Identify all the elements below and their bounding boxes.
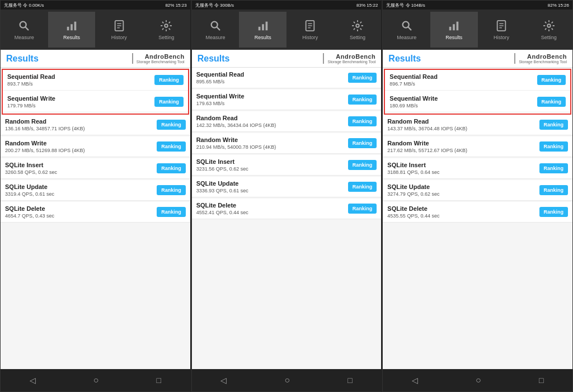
benchmark-list: Sequential Read 893.7 MB/s Ranking Seque… bbox=[1, 69, 190, 223]
history-nav-icon bbox=[304, 20, 316, 33]
results-nav-icon bbox=[448, 20, 460, 33]
ranking-button[interactable]: Ranking bbox=[348, 160, 377, 170]
ranking-button[interactable]: Ranking bbox=[537, 75, 566, 85]
benchmark-row: Random Write 210.94 MB/s, 54000.78 IOPS … bbox=[192, 133, 382, 154]
ranking-button[interactable]: Ranking bbox=[157, 141, 186, 152]
benchmark-value: 3260.58 QPS, 0.62 sec bbox=[5, 169, 157, 175]
svg-rect-4 bbox=[74, 21, 77, 30]
benchmark-info: Random Write 210.94 MB/s, 54000.78 IOPS … bbox=[196, 136, 348, 150]
ranking-button[interactable]: Ranking bbox=[157, 185, 186, 195]
status-left: 无服务号 令 0.00K/s bbox=[4, 2, 44, 8]
svg-point-19 bbox=[356, 24, 359, 27]
home-button[interactable]: ○ bbox=[284, 375, 290, 385]
benchmark-info: Sequential Write 180.69 MB/s bbox=[389, 95, 537, 108]
svg-rect-2 bbox=[67, 26, 69, 30]
benchmark-info: SQLite Update 3319.4 QPS, 0.61 sec bbox=[5, 183, 157, 197]
recent-button[interactable]: □ bbox=[539, 376, 543, 385]
nav-item-measure[interactable]: Measure bbox=[1, 12, 48, 48]
nav-item-history[interactable]: History bbox=[478, 12, 525, 48]
ranking-button[interactable]: Ranking bbox=[154, 97, 184, 107]
benchmark-name: Sequential Write bbox=[7, 95, 154, 102]
benchmark-value: 142.32 MB/s, 36434.04 IOPS (4KB) bbox=[196, 122, 348, 128]
logo-main: AndroBench bbox=[336, 53, 375, 60]
ranking-button[interactable]: Ranking bbox=[348, 138, 377, 148]
benchmark-value: 200.27 MB/s, 51269.88 IOPS (4KB) bbox=[5, 148, 157, 153]
status-right: 82% 15:26 bbox=[548, 3, 569, 8]
ranking-button[interactable]: Ranking bbox=[348, 116, 377, 126]
ranking-button[interactable]: Ranking bbox=[348, 182, 377, 192]
benchmark-row: Random Write 217.62 MB/s, 55712.67 IOPS … bbox=[383, 136, 572, 157]
recent-button[interactable]: □ bbox=[157, 376, 161, 385]
content-area: Results AndroBench Storage Benchmarking … bbox=[1, 50, 190, 369]
svg-line-21 bbox=[408, 27, 411, 30]
benchmark-value: 210.94 MB/s, 54000.78 IOPS (4KB) bbox=[196, 144, 348, 150]
nav-item-history[interactable]: History bbox=[286, 12, 334, 48]
ranking-button[interactable]: Ranking bbox=[154, 75, 184, 85]
nav-item-results[interactable]: Results bbox=[430, 12, 478, 48]
ranking-button[interactable]: Ranking bbox=[539, 120, 569, 130]
setting-nav-icon bbox=[351, 20, 364, 33]
benchmark-row: Sequential Read 893.7 MB/s Ranking bbox=[3, 70, 188, 91]
svg-point-9 bbox=[165, 24, 168, 27]
benchmark-name: SQLite Update bbox=[196, 180, 348, 187]
svg-rect-23 bbox=[453, 24, 455, 30]
results-title: Results bbox=[6, 54, 39, 64]
benchmark-list: Sequential Read 896.7 MB/s Ranking Seque… bbox=[383, 69, 572, 223]
benchmark-row: Sequential Read 895.65 MB/s Ranking bbox=[192, 68, 382, 88]
benchmark-row: Random Read 143.37 MB/s, 36704.48 IOPS (… bbox=[383, 115, 572, 135]
measure-nav-icon bbox=[18, 20, 30, 33]
ranking-button[interactable]: Ranking bbox=[157, 207, 186, 217]
results-nav-label: Results bbox=[63, 35, 80, 40]
benchmark-name: SQLite Delete bbox=[196, 202, 348, 209]
benchmark-row: SQLite Update 3274.79 QPS, 0.62 sec Rank… bbox=[383, 180, 572, 201]
history-nav-label: History bbox=[111, 35, 127, 40]
results-nav-label: Results bbox=[445, 35, 462, 40]
ranking-button[interactable]: Ranking bbox=[348, 73, 377, 83]
back-button[interactable]: ◁ bbox=[30, 376, 36, 385]
nav-item-results[interactable]: Results bbox=[239, 12, 286, 48]
nav-bar: Measure Results History Setting bbox=[192, 10, 382, 50]
ranking-button[interactable]: Ranking bbox=[348, 204, 377, 214]
benchmark-info: SQLite Delete 4552.41 QPS, 0.44 sec bbox=[196, 202, 348, 215]
status-bar: 无服务号 令 104B/s 82% 15:26 bbox=[383, 1, 572, 10]
ranking-button[interactable]: Ranking bbox=[539, 141, 569, 152]
ranking-button[interactable]: Ranking bbox=[157, 163, 186, 173]
home-button[interactable]: ○ bbox=[93, 375, 99, 385]
benchmark-row: Random Read 136.16 MB/s, 34857.71 IOPS (… bbox=[1, 115, 190, 135]
nav-item-history[interactable]: History bbox=[95, 12, 143, 48]
nav-item-setting[interactable]: Setting bbox=[334, 12, 382, 48]
back-button[interactable]: ◁ bbox=[412, 376, 418, 385]
benchmark-row: Sequential Write 179.63 MB/s Ranking bbox=[192, 89, 382, 110]
nav-bar: Measure Results History Setting bbox=[1, 10, 190, 50]
benchmark-info: Random Read 136.16 MB/s, 34857.71 IOPS (… bbox=[5, 118, 157, 131]
status-right: 83% 15:22 bbox=[356, 3, 378, 8]
benchmark-row: SQLite Delete 4654.7 QPS, 0.43 sec Ranki… bbox=[1, 202, 190, 223]
phone-1: 无服务号 令 0.00K/s 82% 15:23 Measure Results… bbox=[0, 0, 191, 392]
home-button[interactable]: ○ bbox=[476, 375, 481, 385]
nav-item-measure[interactable]: Measure bbox=[383, 12, 430, 48]
logo-sub: Storage Benchmarking Tool bbox=[137, 60, 185, 64]
back-button[interactable]: ◁ bbox=[220, 376, 227, 385]
recent-button[interactable]: □ bbox=[347, 376, 352, 385]
nav-item-setting[interactable]: Setting bbox=[143, 12, 190, 48]
nav-item-measure[interactable]: Measure bbox=[192, 12, 239, 48]
ranking-button[interactable]: Ranking bbox=[539, 163, 569, 173]
svg-point-29 bbox=[547, 24, 551, 27]
ranking-button[interactable]: Ranking bbox=[348, 95, 377, 105]
status-bar: 无服务号 令 0.00K/s 82% 15:23 bbox=[1, 1, 190, 10]
benchmark-name: SQLite Insert bbox=[387, 162, 539, 168]
svg-rect-13 bbox=[262, 24, 264, 30]
benchmark-name: Sequential Write bbox=[389, 95, 537, 102]
svg-rect-3 bbox=[71, 24, 73, 30]
benchmark-row: SQLite Insert 3260.58 QPS, 0.62 sec Rank… bbox=[1, 158, 190, 179]
benchmark-value: 3319.4 QPS, 0.61 sec bbox=[5, 191, 157, 197]
ranking-button[interactable]: Ranking bbox=[537, 97, 566, 107]
nav-item-setting[interactable]: Setting bbox=[525, 12, 572, 48]
nav-item-results[interactable]: Results bbox=[48, 12, 96, 48]
benchmark-info: SQLite Insert 3188.81 QPS, 0.64 sec bbox=[387, 162, 539, 175]
ranking-button[interactable]: Ranking bbox=[157, 120, 186, 130]
ranking-button[interactable]: Ranking bbox=[539, 207, 569, 217]
content-area: Results AndroBench Storage Benchmarking … bbox=[192, 50, 382, 369]
benchmark-row: Sequential Write 180.69 MB/s Ranking bbox=[385, 92, 570, 112]
ranking-button[interactable]: Ranking bbox=[539, 185, 569, 195]
